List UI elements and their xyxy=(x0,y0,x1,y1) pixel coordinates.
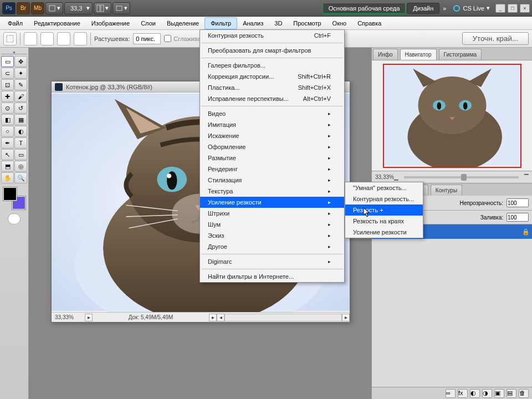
screen-mode-dropdown[interactable]: ▾ xyxy=(112,2,130,14)
type-tool[interactable]: T xyxy=(14,137,27,149)
foreground-color-swatch[interactable] xyxy=(3,187,17,201)
history-brush-tool[interactable]: ↺ xyxy=(14,103,27,114)
menu-sharpen[interactable]: Усиление резкости▸ xyxy=(200,197,344,208)
new-selection-icon[interactable] xyxy=(24,32,37,45)
menu-vanishing-point[interactable]: Исправление перспективы...Alt+Ctrl+V xyxy=(200,93,344,104)
cs-live-button[interactable]: CS Live▾ xyxy=(449,4,493,12)
menu-other[interactable]: Другое▸ xyxy=(200,241,344,252)
marquee-tool[interactable]: ▭ xyxy=(1,56,14,67)
menu-view[interactable]: Просмотр xyxy=(288,18,326,29)
zoom-readout[interactable]: 33,33% xyxy=(52,314,85,320)
submenu-sharpen-edges[interactable]: Резкость на краях xyxy=(345,216,423,227)
maximize-button[interactable]: □ xyxy=(508,4,518,13)
new-layer-icon[interactable]: ▤ xyxy=(507,389,516,398)
fill-input[interactable] xyxy=(507,213,529,222)
menu-artistic[interactable]: Имитация▸ xyxy=(200,119,344,130)
hscroll-left-icon[interactable]: ◂ xyxy=(217,314,224,321)
workspace-essentials-button[interactable]: Основная рабочая среда xyxy=(323,3,406,14)
menu-digimarc[interactable]: Digimarc▸ xyxy=(200,256,344,267)
submenu-sharpen[interactable]: Усиление резкости xyxy=(345,227,423,238)
gradient-tool[interactable]: ▦ xyxy=(14,114,27,125)
tab-info[interactable]: Инфо xyxy=(373,49,398,60)
shape-tool[interactable]: ▭ xyxy=(14,149,27,160)
navigator-slider[interactable] xyxy=(404,176,519,178)
menu-distort[interactable]: Искажение▸ xyxy=(200,130,344,141)
hand-tool[interactable]: ✋ xyxy=(1,172,14,183)
submenu-unsharp-mask[interactable]: Контурная резкость... xyxy=(345,193,423,204)
3d-tool[interactable]: ⬒ xyxy=(1,161,14,172)
menu-filter[interactable]: Фильтр xyxy=(204,17,237,29)
ps-logo-icon[interactable]: Ps xyxy=(2,2,16,14)
close-button[interactable]: × xyxy=(520,4,530,13)
3d-camera-tool[interactable]: ◎ xyxy=(14,161,27,172)
bridge-icon[interactable]: Br xyxy=(17,2,30,14)
zoom-in-icon[interactable]: ▔ xyxy=(524,174,529,180)
menu-noise[interactable]: Шум▸ xyxy=(200,219,344,230)
submenu-smart-sharpen[interactable]: "Умная" резкость... xyxy=(345,182,423,193)
zoom-tool[interactable]: 🔍 xyxy=(14,172,27,183)
view-extras-dropdown[interactable]: ▾ xyxy=(45,2,63,14)
menu-lens-correction[interactable]: Коррекция дисторсии...Shift+Ctrl+R xyxy=(200,71,344,82)
tab-histogram[interactable]: Гистограмма xyxy=(439,49,482,60)
eyedropper-tool[interactable]: ✎ xyxy=(14,79,27,90)
feather-input[interactable] xyxy=(133,33,161,44)
submenu-sharpen-more[interactable]: Резкость + xyxy=(345,204,423,216)
menu-last-filter[interactable]: Контурная резкостьCtrl+F xyxy=(200,30,344,41)
path-tool[interactable]: ↖ xyxy=(1,149,14,160)
more-workspaces-icon[interactable]: » xyxy=(441,5,448,12)
workspace-design-button[interactable]: Дизайн xyxy=(407,3,439,14)
minibridge-icon[interactable]: Mb xyxy=(31,2,44,14)
menu-texture[interactable]: Текстура▸ xyxy=(200,186,344,197)
navigator-panel[interactable] xyxy=(372,60,532,171)
zoom-level-dropdown[interactable]: 33,3▾ xyxy=(64,2,93,14)
move-tool[interactable]: ✥ xyxy=(14,56,27,67)
tab-paths[interactable]: Контуры xyxy=(431,185,462,196)
brush-tool[interactable]: 🖌 xyxy=(14,91,27,102)
tool-preset-picker[interactable] xyxy=(3,32,17,45)
crop-tool[interactable]: ⊡ xyxy=(1,79,14,90)
lasso-tool[interactable]: ⊂ xyxy=(1,68,14,79)
status-menu-icon[interactable]: ▸ xyxy=(85,314,93,321)
menu-liquify[interactable]: Пластика...Shift+Ctrl+X xyxy=(200,82,344,93)
horizontal-scrollbar[interactable] xyxy=(224,314,342,321)
menu-help[interactable]: Справка xyxy=(352,18,387,29)
navigator-zoom[interactable]: 33,33% xyxy=(375,174,394,180)
healing-tool[interactable]: ✚ xyxy=(1,91,14,102)
pen-tool[interactable]: ✒ xyxy=(1,137,14,149)
zoom-out-icon[interactable]: ▁ xyxy=(394,174,398,180)
menu-window[interactable]: Окно xyxy=(327,18,352,29)
quickmask-toggle[interactable] xyxy=(8,213,21,224)
subtract-selection-icon[interactable] xyxy=(57,32,70,45)
hscroll-right-icon[interactable]: ▸ xyxy=(342,314,350,321)
link-layers-icon[interactable]: ∞ xyxy=(446,389,456,398)
fx-icon[interactable]: fx xyxy=(458,389,468,398)
menu-image[interactable]: Изображение xyxy=(86,18,135,29)
dodge-tool[interactable]: ◐ xyxy=(14,126,27,137)
minimize-button[interactable]: _ xyxy=(495,4,505,13)
blur-tool[interactable]: ○ xyxy=(1,126,14,137)
menu-convert-smart[interactable]: Преобразовать для смарт-фильтров xyxy=(200,45,344,56)
menu-pixelate[interactable]: Оформление▸ xyxy=(200,141,344,152)
tab-navigator[interactable]: Навигатор xyxy=(400,49,437,60)
menu-browse-filters[interactable]: Найти фильтры в Интернете... xyxy=(200,271,344,282)
menu-sketch[interactable]: Эскиз▸ xyxy=(200,230,344,241)
menu-video[interactable]: Видео▸ xyxy=(200,108,344,119)
menu-3d[interactable]: 3D xyxy=(269,18,288,29)
adjustment-icon[interactable]: ◑ xyxy=(482,389,492,398)
group-icon[interactable]: ▣ xyxy=(494,389,504,398)
menu-brush-strokes[interactable]: Штрихи▸ xyxy=(200,208,344,219)
menu-edit[interactable]: Редактирование xyxy=(28,18,86,29)
opacity-input[interactable] xyxy=(507,198,529,207)
mask-icon[interactable]: ◐ xyxy=(470,389,480,398)
menu-layer[interactable]: Слои xyxy=(135,18,161,29)
color-swatches[interactable] xyxy=(3,187,25,209)
menu-stylize[interactable]: Стилизация▸ xyxy=(200,175,344,186)
menu-select[interactable]: Выделение xyxy=(161,18,204,29)
menu-blur[interactable]: Размытие▸ xyxy=(200,152,344,163)
add-selection-icon[interactable] xyxy=(40,32,54,45)
collapse-icon[interactable]: « xyxy=(13,50,15,54)
menu-file[interactable]: Файл xyxy=(2,18,28,29)
intersect-selection-icon[interactable] xyxy=(74,32,87,45)
stamp-tool[interactable]: ⊙ xyxy=(1,103,14,114)
menu-render[interactable]: Рендеринг▸ xyxy=(200,163,344,175)
